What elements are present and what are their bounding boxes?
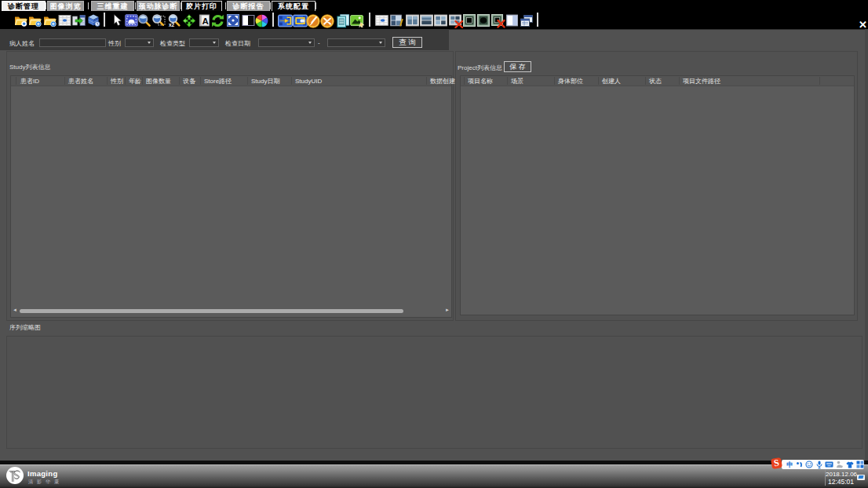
svg-text:x2: x2	[169, 22, 175, 27]
svg-text:A: A	[202, 16, 208, 26]
